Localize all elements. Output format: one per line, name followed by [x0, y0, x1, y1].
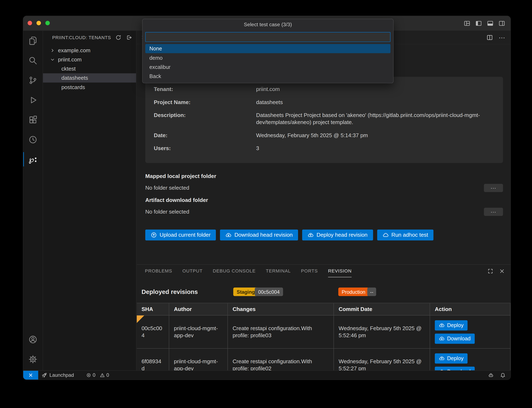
- chevron-down-icon: [50, 57, 56, 62]
- quick-pick-item-none[interactable]: None: [145, 44, 390, 53]
- toggle-panel-icon[interactable]: [487, 20, 493, 27]
- priint-cloud-icon[interactable]: ℘:: [23, 149, 42, 169]
- sha-value: 00c5c004: [142, 325, 164, 339]
- button-label: Upload current folder: [160, 232, 211, 238]
- run-adhoc-test-button[interactable]: Run adhoc test: [377, 230, 434, 240]
- copilot-icon[interactable]: [488, 372, 494, 378]
- cloud-download-icon: [439, 336, 445, 341]
- extensions-icon[interactable]: [23, 110, 42, 130]
- search-icon[interactable]: [23, 50, 42, 70]
- quick-pick-item-excalibur[interactable]: excalibur: [145, 62, 390, 72]
- rocket-icon: [42, 372, 47, 378]
- tab-terminal[interactable]: TERMINAL: [266, 264, 291, 277]
- settings-gear-icon[interactable]: [23, 349, 42, 369]
- upload-current-folder-button[interactable]: Upload current folder: [145, 230, 216, 240]
- problems-status-item[interactable]: 0 0: [86, 372, 109, 378]
- toggle-sidebar-left-icon[interactable]: [475, 20, 482, 27]
- tree-item-cktest[interactable]: cktest: [43, 64, 136, 73]
- table-cell-author: priint-cloud-mgmt-app-dev: [169, 315, 228, 349]
- window-controls: [28, 21, 50, 25]
- remote-indicator[interactable]: [23, 371, 38, 380]
- download-revision-button[interactable]: Download: [435, 333, 475, 344]
- detail-value: datasheets: [256, 99, 494, 106]
- tree-item-datasheets[interactable]: datasheets: [43, 73, 136, 82]
- tab-debug-console[interactable]: DEBUG CONSOLE: [213, 264, 256, 277]
- sidebar: PRIINT:CLOUD: TENANTS example.com priint…: [43, 31, 136, 370]
- warning-count: 0: [106, 372, 109, 378]
- sha-value: 6f08934d: [142, 358, 164, 371]
- browse-mapped-folder-button[interactable]: ...: [484, 184, 503, 192]
- quick-pick-list: None demo excalibur Back: [143, 44, 393, 81]
- staging-revision-badge: 00c5c004: [255, 288, 283, 296]
- activity-bar: ℘:: [23, 31, 43, 370]
- cloud-upload-icon: [439, 355, 445, 361]
- download-head-revision-button[interactable]: Download head revision: [220, 230, 298, 240]
- deploy-revision-button[interactable]: Deploy: [435, 353, 468, 364]
- tab-problems[interactable]: PROBLEMS: [145, 264, 172, 277]
- cloud-download-icon: [226, 232, 232, 238]
- deploy-revision-button[interactable]: Deploy: [435, 320, 468, 330]
- quick-pick-item-demo[interactable]: demo: [145, 53, 390, 62]
- table-cell-action: Deploy Download: [430, 349, 511, 371]
- panel-close-icon[interactable]: [499, 268, 505, 274]
- customize-layout-icon[interactable]: [464, 20, 470, 27]
- minimize-window-button[interactable]: [36, 21, 41, 25]
- mapped-folder-heading: Mapped local project folder: [145, 173, 216, 179]
- launchpad-label: Launchpad: [50, 372, 74, 378]
- button-label: Download head revision: [234, 232, 293, 238]
- tree-item-label: postcards: [61, 84, 85, 90]
- more-actions-icon[interactable]: ⋯: [498, 34, 505, 41]
- column-header-sha: SHA: [137, 303, 169, 315]
- detail-label: Project Name:: [154, 99, 256, 106]
- quick-pick-input-wrap: [145, 32, 390, 42]
- clock-icon[interactable]: [23, 130, 42, 149]
- vscode-window: ℘: PRIINT:CLOUD: TENANTS: [23, 16, 510, 380]
- panel-tabs: PROBLEMS OUTPUT DEBUG CONSOLE TERMINAL P…: [137, 264, 511, 277]
- download-revision-button[interactable]: Download: [435, 366, 475, 371]
- error-count: 0: [93, 372, 95, 378]
- tab-ports[interactable]: PORTS: [301, 264, 318, 277]
- table-cell-sha: 6f08934d: [137, 349, 169, 371]
- button-label: Deploy: [447, 322, 464, 329]
- detail-value: Datasheets Project Project based on 'ake…: [256, 111, 494, 126]
- bell-icon[interactable]: [500, 372, 506, 378]
- export-icon[interactable]: [126, 34, 132, 40]
- split-editor-icon[interactable]: [486, 34, 493, 41]
- toggle-sidebar-right-icon[interactable]: [498, 20, 505, 27]
- sidebar-title: PRIINT:CLOUD: TENANTS: [52, 35, 111, 40]
- cloud-download-icon: [439, 369, 445, 370]
- tab-output[interactable]: OUTPUT: [182, 264, 203, 277]
- quick-pick-title: Select test case (3/3): [143, 19, 393, 29]
- deploy-head-revision-button[interactable]: Deploy head revision: [302, 230, 373, 240]
- explorer-icon[interactable]: [23, 31, 42, 50]
- staging-badge: Staging: [233, 288, 258, 296]
- browse-artifact-folder-button[interactable]: ...: [484, 208, 503, 216]
- launchpad-status-item[interactable]: Launchpad: [42, 372, 74, 378]
- detail-value: priint.com: [256, 85, 494, 93]
- warning-icon: [100, 373, 105, 378]
- tree-item-priint-com[interactable]: priint.com: [43, 55, 136, 64]
- artifact-folder-value: No folder selected: [145, 209, 189, 215]
- quick-pick: Select test case (3/3) None demo excalib…: [142, 19, 394, 83]
- tree-item-example-com[interactable]: example.com: [43, 46, 136, 55]
- detail-row-tenant: Tenant: priint.com: [154, 85, 495, 93]
- production-revision-badge: --: [367, 288, 376, 296]
- detail-value: 3: [256, 145, 494, 152]
- run-debug-icon[interactable]: [23, 90, 42, 110]
- panel-maximize-icon[interactable]: [487, 268, 493, 274]
- table-cell-commit-date: Wednesday, February 5th 2025 @ 5:52:27 p…: [334, 349, 430, 371]
- tab-revision[interactable]: REVISION: [328, 264, 352, 277]
- button-label: Deploy: [447, 355, 464, 362]
- tree-item-postcards[interactable]: postcards: [43, 83, 136, 92]
- quick-pick-input[interactable]: [146, 33, 390, 42]
- accounts-icon[interactable]: [23, 330, 42, 349]
- zoom-window-button[interactable]: [45, 21, 50, 25]
- close-window-button[interactable]: [28, 21, 32, 25]
- detail-value: Wednesday, February 5th 2025 @ 5:14:37 p…: [256, 132, 494, 139]
- artifact-folder-heading: Artifact download folder: [145, 197, 208, 203]
- source-control-icon[interactable]: [23, 70, 42, 90]
- quick-pick-item-back[interactable]: Back: [145, 72, 390, 81]
- refresh-icon[interactable]: [115, 34, 121, 40]
- detail-row-users: Users: 3: [154, 145, 495, 152]
- tree-item-label: datasheets: [61, 75, 88, 81]
